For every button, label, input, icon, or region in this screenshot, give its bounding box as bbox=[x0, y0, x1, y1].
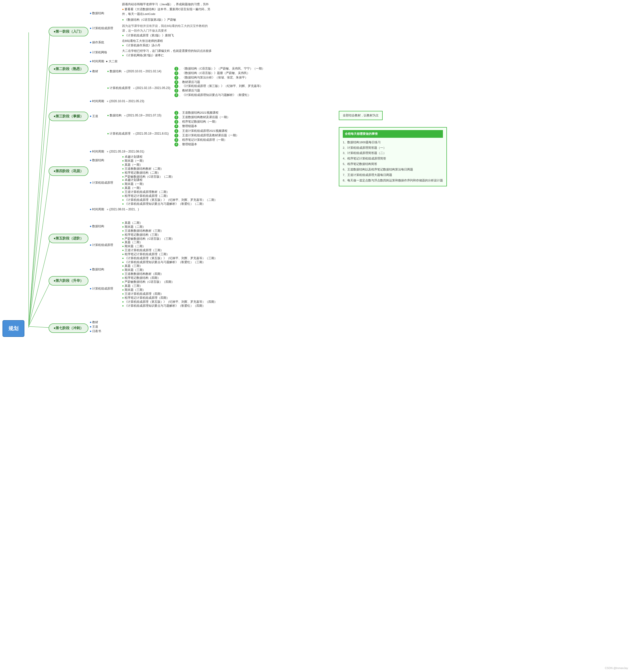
s1-net-cat: ●计算机网络 bbox=[90, 50, 107, 54]
s4-time-cat: ●时间周期 ● (2021.08.01～2021、) bbox=[90, 207, 139, 212]
svg-line-0 bbox=[29, 32, 50, 327]
right-panel-textbook: 全部结合教材，以教材为主 bbox=[339, 111, 383, 120]
s6-co-4: ●程序笔记计算机组成原理（四期） bbox=[122, 296, 169, 300]
stage-6: ●第六阶段（升华） bbox=[49, 276, 89, 286]
s1-co-reason: 因为这节课学校并没有开设，我在B站看的给工大的汉宝件教程的 课，这一段作为入门不… bbox=[122, 24, 208, 33]
svg-line-6 bbox=[29, 327, 50, 328]
s1-ds-cat: ●数据结构 bbox=[90, 11, 104, 16]
s4-ds-5: ●程序笔记数据结构（二期） bbox=[122, 171, 161, 175]
s6-ds-2: ●期末题（三期） bbox=[122, 268, 145, 272]
s6-co-2: ●期末题（三期） bbox=[122, 288, 145, 292]
svg-line-2 bbox=[29, 117, 50, 327]
s2-co-sub: ●计算机组成原理 ● (2021.02.15～2021.05.23) bbox=[107, 86, 170, 90]
svg-line-1 bbox=[29, 70, 50, 327]
s5-co-2: ●期末题（二期） bbox=[122, 244, 145, 248]
s5-co-4: ●程序笔记计算机组成原理（三期） bbox=[122, 253, 169, 256]
s4-ds-1: ●卓越计划课程 bbox=[122, 155, 143, 159]
right-panel-daily: 全程每天都需要做的事情 1、数据结构1800题每日练习 2、计算机组成原理简答题… bbox=[339, 127, 447, 186]
s1-net-book: ●《计算机网络(第7版)》谢希仁 bbox=[122, 53, 164, 57]
s6-co-1: ●真题（三期） bbox=[122, 284, 143, 288]
s3-co-3: 3、程序笔记计算机组成原理（一期） bbox=[174, 138, 227, 142]
s2-textbook-cat: ●教材 bbox=[90, 69, 98, 73]
s6-co-6: ●《计算机组成原理知识要点与习题解析》（靳爱红）（四期） bbox=[122, 304, 205, 308]
s5-ds-1: ●真题（二期） bbox=[122, 221, 143, 225]
s2-ds-4: 4、教材课后习题 bbox=[174, 80, 200, 84]
svg-line-3 bbox=[29, 174, 50, 327]
s3-ds-1: 1、王道数据结构2021视频课程 bbox=[174, 111, 218, 115]
s4-co-cat: ●计算机组成原理 bbox=[90, 181, 113, 185]
daily-item-2: 2、计算机组成原理简答题（一） bbox=[343, 145, 443, 151]
s4-co-3: ●真题（一期） bbox=[122, 186, 143, 190]
daily-item-3: 3、计算机组成原理简答题（二） bbox=[343, 150, 443, 156]
s3-ds-4: 4、整理错题本 bbox=[174, 124, 197, 128]
s6-ds-cat: ●数据结构 bbox=[90, 267, 104, 271]
s4-co-2: ●期末题（一期） bbox=[122, 182, 145, 186]
s2-ds-1: 1、《数据结构（C语言版）》（严蔚敏、吴伟民、宁宁）（一期） bbox=[174, 67, 265, 71]
stage-3: ●第三阶段（掌握） bbox=[49, 112, 89, 121]
stage-7: ●第七阶段（冲刺） bbox=[49, 323, 89, 333]
s4-co-6: ●《计算机组成原理（第五版）》（纪禄平、刘辉、罗充嘉等）（二期） bbox=[122, 198, 217, 202]
s3-ds-2: 2、王道数据结构教材及课后题（一期） bbox=[174, 115, 230, 119]
s2-co-2: 2、教材课后习题 bbox=[174, 89, 200, 93]
s4-co-4: ●王道计算机组成原理教材（二期） bbox=[122, 190, 169, 194]
s3-wd-cat: ●王道 bbox=[90, 114, 98, 118]
s3-co-1: 1、王道计算机组成原理2021视频课程 bbox=[174, 129, 227, 133]
s1-net-text: 大二在学校已经学习，这门课编文科，也就是需要些的知识点比较多 bbox=[122, 49, 212, 53]
s2-time-cat: ●时间周期 ● (2020.10.01～2021.05.23) bbox=[90, 99, 144, 103]
s4-co-7: ●《计算机组成原理知识要点与习题解析》（靳爱红）（二期） bbox=[122, 202, 205, 206]
s3-co-sub: ●计算机组成原理 ● (2021.05.19～2021.8.01) bbox=[107, 131, 169, 136]
s1-top-text: 跟着尚硅谷韩顺平老师学习（Java版），养成刷题做的习惯，另外 ●要看看《大话数… bbox=[122, 2, 210, 17]
mindmap-container: 规划 ●第一阶段（入门） ●数据结构 跟着尚硅谷韩顺平老师学习（Java版），养… bbox=[0, 0, 633, 672]
s5-co-6: ●《计算机组成原理知识要点与习题解析》（靳爱红）（三期） bbox=[122, 260, 205, 264]
s1-os-cat: ●操作系统 bbox=[90, 40, 104, 45]
stage-4: ●第四阶段（巩固） bbox=[49, 166, 89, 176]
right-panel-daily-title: 全程每天都需要做的事情 bbox=[343, 130, 443, 138]
svg-line-4 bbox=[29, 240, 50, 327]
s2-ds-sub: ●数据结构 ● (2020.10.01～2021.02.14) bbox=[107, 69, 162, 73]
s1-co-book: ●《计算机组成原理（第2版）》唐朔飞 bbox=[122, 34, 174, 38]
s3-ds-sub: ●数据结构 ● (2021.05.19～2021.07.15) bbox=[107, 113, 162, 118]
s1-ds-book: ●《数据结构（C语言版第2版）》严蔚敏 bbox=[122, 18, 176, 22]
s6-ds-5: ●严蔚敏数据结构（C语言版）（四期） bbox=[122, 280, 174, 284]
s5-ds-5: ●严蔚敏数据结构（C语言版）（三期） bbox=[122, 237, 174, 241]
s3-co-2: 2、王道计算机组成原理及教材课后题（一期） bbox=[174, 134, 239, 138]
root-node: 规划 bbox=[2, 320, 24, 337]
s6-ds-1: ●真题（三期） bbox=[122, 264, 143, 268]
s5-co-1: ●真题（二期） bbox=[122, 240, 143, 244]
stage-1: ●第一阶段（入门） bbox=[49, 27, 89, 37]
s3-time-cat: ●时间周期 ● (2021.05.19～2021.08.01) bbox=[90, 149, 144, 154]
s5-ds-4: ●程序笔记数据结构（三期） bbox=[122, 233, 161, 237]
s6-co-3: ●王道计算机组成原理（四期） bbox=[122, 292, 164, 296]
stage-2: ●第二阶段（熟悉） bbox=[49, 64, 89, 74]
s6-ds-4: ●程序笔记数据结构（四期） bbox=[122, 276, 161, 280]
s5-ds-3: ●王道教数据结构教材（三期） bbox=[122, 229, 164, 233]
stage-5: ●第五阶段（进阶） bbox=[49, 234, 89, 243]
s6-ds-3: ●王道教数据结构教材（四期） bbox=[122, 272, 164, 276]
daily-item-1: 1、数据结构1800题每日练习 bbox=[343, 140, 443, 145]
s5-ds-cat: ●数据结构 bbox=[90, 224, 104, 229]
s1-os-text: 在B站看给工大张洁老师的课程 bbox=[122, 39, 163, 43]
s4-ds-3: ●真题（一期） bbox=[122, 163, 143, 167]
svg-line-5 bbox=[29, 283, 50, 327]
s2-co-1: 1、《计算机组成原理（第三版）》（纪禄平、刘辉、罗充嘉等） bbox=[174, 84, 263, 88]
s1-os-book: ●《计算机操作系统》汤小丹 bbox=[122, 44, 161, 47]
s6-co-5: ●《计算机组成原理（第五版）》（纪禄平、刘辉、罗充嘉等）（四期） bbox=[122, 300, 217, 304]
s6-co-cat: ●计算机组成原理 bbox=[90, 287, 113, 291]
daily-item-5: 5、程序笔记数据结构简答 bbox=[343, 162, 443, 167]
daily-item-4: 4、程序笔记计算机组成原理简答 bbox=[343, 156, 443, 162]
s2-ds-2: 2、《数据结构（C语言版）》题册（严蔚敏、吴伟民） bbox=[174, 71, 250, 75]
s7-daily-cat: ●日夜书 bbox=[90, 329, 101, 333]
s1-co-cat: ●计算机组成原理 bbox=[90, 26, 113, 30]
s4-ds-4: ●王道教数据结构教材（二期） bbox=[122, 167, 164, 171]
s3-co-4: 4、整理错题本 bbox=[174, 143, 197, 146]
s1-time-cat: ●时间周期 ● 大二前 bbox=[90, 59, 118, 64]
s2-co-3: 3、《计算机组成原理知识要点与习题解析》（靳爱红） bbox=[174, 93, 251, 97]
daily-item-7: 7、王道计算机组成原理大题每日两题 bbox=[343, 172, 443, 178]
s7-wd-cat: ●王道 bbox=[90, 325, 98, 329]
s3-ds-3: 3、程序笔记数据结构（一期） bbox=[174, 120, 218, 124]
s2-ds-3: 3、《数据结构与算法分析》（张璿、张宏、朱保平） bbox=[174, 76, 248, 80]
daily-item-8: 8、每天做一道定点数与浮点数四则运算和微操作序列和存储器的分析设计题 bbox=[343, 178, 443, 184]
watermark: CSDN @InmanJay bbox=[605, 667, 628, 670]
s4-ds-2: ●期末题（一期） bbox=[122, 159, 145, 163]
s5-co-3: ●王道计算机组成原理（三期） bbox=[122, 248, 164, 252]
